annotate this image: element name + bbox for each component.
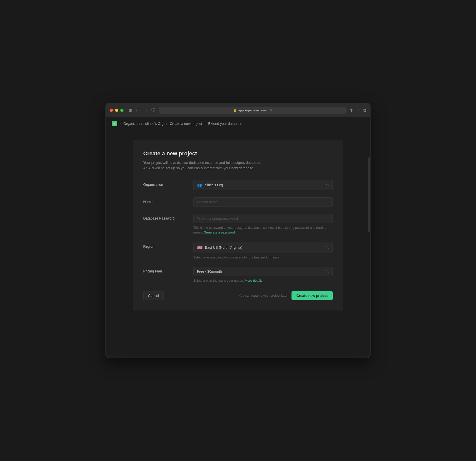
breadcrumb-step2: Extend your database [208,122,242,126]
sidebar-toggle-button[interactable]: ⊞ [128,108,134,113]
org-icon: 👥 [197,183,202,188]
supabase-logo[interactable]: ⚡ [112,121,117,126]
password-label: Database Password [143,214,183,220]
browser-actions: ⬆ + ⧉ [350,108,366,113]
pricing-select-wrapper[interactable]: Free - $0/month [193,267,333,276]
breadcrumb-sep-1: › [120,122,121,126]
form-card: Create a new project Your project will h… [133,140,343,310]
password-hint: This is the password to your postgres da… [193,225,333,235]
pricing-select[interactable]: Free - $0/month [193,267,333,276]
new-tab-icon[interactable]: + [357,108,360,113]
rename-hint: You can rename your project later [239,294,288,297]
form-footer: Cancel You can rename your project later… [143,291,333,300]
project-name-input[interactable] [193,197,333,207]
name-label: Name [143,197,183,204]
org-field: 👥 olirice's Org [193,180,333,190]
org-row: Organization 👥 olirice's Org [143,180,333,190]
generate-password-link[interactable]: Generate a password [204,230,235,234]
share-icon[interactable]: ⬆ [350,108,353,113]
org-select[interactable]: 👥 olirice's Org [193,180,333,190]
pricing-label: Pricing Plan [143,267,183,273]
browser-body: ⚡ › Organization: olirice's Org › Create… [106,117,370,355]
shield-icon: 🛡 [151,108,156,113]
name-field [193,197,333,207]
back-button[interactable]: ‹ [140,108,143,113]
region-field: 🇺🇸 East US (North Virginia) Select a reg… [193,242,333,260]
create-project-button[interactable]: Create new project [292,291,333,300]
minimize-button[interactable] [115,109,118,112]
breadcrumb-sep-3: › [204,122,206,126]
pricing-field: Free - $0/month Select a plan that suits… [193,267,333,283]
maximize-button[interactable] [120,109,124,112]
address-bar[interactable]: 🔒 app.supabase.com ↻ [159,107,347,114]
form-subtitle: Your project will have its own dedicated… [143,160,333,171]
name-row: Name [143,197,333,207]
breadcrumb: ⚡ › Organization: olirice's Org › Create… [106,117,370,130]
region-hint: Select a region close to your users for … [193,255,333,260]
pricing-value: Free - $0/month [197,269,222,273]
password-field: This is the password to your postgres da… [193,214,333,235]
pricing-hint: Select a plan that suits your needs. Mor… [193,278,333,283]
form-title: Create a new project [143,150,333,157]
password-input[interactable] [193,214,333,223]
forward-button[interactable]: › [145,108,148,113]
tabs-icon[interactable]: ⧉ [363,108,366,113]
close-button[interactable] [110,109,113,112]
traffic-lights [110,109,124,112]
cancel-button[interactable]: Cancel [143,291,164,300]
pricing-row: Pricing Plan Free - $0/month Select a pl… [143,267,333,283]
region-row: Region 🇺🇸 East US (North Virginia) Selec… [143,242,333,260]
browser-chrome: ⊞ ▾ ‹ › 🛡 🔒 app.supabase.com ↻ ⬆ + ⧉ [106,103,370,117]
reload-icon[interactable]: ↻ [269,108,272,112]
footer-right: You can rename your project later Create… [239,291,333,300]
password-row: Database Password This is the password t… [143,214,333,235]
breadcrumb-sep-2: › [166,122,167,126]
browser-controls: ⊞ ▾ ‹ › [128,108,148,113]
us-flag-icon: 🇺🇸 [197,245,202,250]
breadcrumb-step1[interactable]: Create a new project [170,122,202,126]
breadcrumb-org[interactable]: Organization: olirice's Org [124,122,164,126]
subtitle-line2: An API will be set up so you can easily … [143,166,254,170]
region-value: East US (North Virginia) [205,245,242,249]
scrollbar[interactable] [368,157,370,232]
url-text: app.supabase.com [238,108,266,112]
org-value: olirice's Org [204,183,223,187]
region-select[interactable]: 🇺🇸 East US (North Virginia) [193,242,333,253]
lock-icon: 🔒 [233,109,237,112]
org-label: Organization [143,180,183,187]
org-select-wrapper[interactable]: 👥 olirice's Org [193,180,333,190]
pricing-hint-text: Select a plan that suits your needs. [193,279,244,282]
more-details-link[interactable]: More details [245,279,262,282]
subtitle-line1: Your project will have its own dedicated… [143,161,261,165]
region-select-wrapper[interactable]: 🇺🇸 East US (North Virginia) [193,242,333,253]
region-label: Region [143,242,183,248]
main-content: Create a new project Your project will h… [106,130,370,355]
